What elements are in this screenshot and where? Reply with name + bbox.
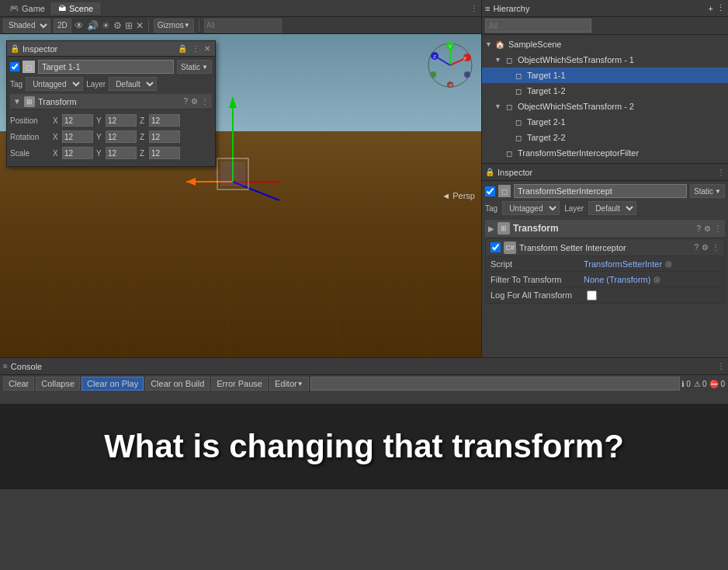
filter-target-icon[interactable]: ◎ <box>653 275 660 283</box>
script-active-checkbox[interactable] <box>491 242 501 252</box>
error-icon: ⛔ <box>709 380 719 388</box>
svg-text:X: X <box>463 56 466 61</box>
inspector-menu-btn[interactable]: ⋮ <box>190 44 201 53</box>
game-icon: 🎮 <box>9 4 19 12</box>
svg-point-34 <box>430 71 436 78</box>
transform-settings-icon[interactable]: ⚙ <box>191 97 198 106</box>
filter-value: None (Transform) ◎ <box>584 275 719 284</box>
object-active-checkbox[interactable] <box>10 62 19 71</box>
pos-x-label: X <box>53 116 62 125</box>
toolbar-icon-4[interactable]: ⚙ <box>113 20 122 31</box>
log-all-checkbox[interactable] <box>587 290 597 301</box>
ri-tag-select[interactable]: Untagged <box>502 201 560 215</box>
scene-file-icon: 🏠 <box>494 39 505 50</box>
tab-bar-menu[interactable]: ⋮ <box>470 4 478 12</box>
scale-y-input[interactable] <box>106 147 137 159</box>
obj1-icon: ◻ <box>504 54 515 65</box>
script-help-btn[interactable]: ? <box>694 243 699 252</box>
shading-select[interactable]: Shaded <box>3 19 50 33</box>
tree-item-target21[interactable]: ◻ Target 2-1 <box>482 114 728 130</box>
inspector-overlay-titlebar: 🔒 Inspector 🔒 ⋮ ✕ <box>7 41 215 57</box>
script-section-name: Transform Setter Interceptor <box>519 243 694 252</box>
right-inspector: 🔒 Inspector ⋮ ◻ TransformSetterIntercept… <box>481 163 728 357</box>
error-pause-button[interactable]: Error Pause <box>211 377 268 391</box>
ri-active-checkbox[interactable] <box>485 186 495 196</box>
rot-x-input[interactable] <box>62 130 93 143</box>
hierarchy-menu-btn[interactable]: ⋮ <box>716 3 725 13</box>
inspector-overlay-icon: 🔒 <box>10 44 19 53</box>
ri-static-dropdown-arrow: ▼ <box>715 188 721 195</box>
static-dropdown-btn[interactable]: Static ▼ <box>177 60 212 74</box>
tree-item-samplescene[interactable]: ▼ 🏠 SampleScene <box>482 36 728 52</box>
script-component-section: C# Transform Setter Interceptor ? ⚙ ⋮ Sc… <box>485 238 725 304</box>
console-options-btn[interactable]: ⋮ <box>717 362 725 370</box>
static-dropdown-arrow: ▼ <box>202 64 208 71</box>
pos-y-input[interactable] <box>106 114 137 127</box>
clear-button[interactable]: Clear <box>3 377 34 391</box>
transform-actions: ? ⚙ ⋮ <box>183 97 209 106</box>
transform-section-actions: ? ⚙ ⋮ <box>696 224 722 233</box>
scene-gizmo[interactable]: X Y Z -Y <box>427 42 473 89</box>
tab-scene[interactable]: 🏔 Scene <box>52 2 100 15</box>
collapse-button[interactable]: Collapse <box>36 377 80 391</box>
hierarchy-search-input[interactable] <box>485 19 591 33</box>
script-value-text: TransformSetterInter <box>584 259 662 269</box>
scale-x-label: X <box>53 149 62 158</box>
tree-item-obj2[interactable]: ▼ ◻ ObjectWhichSetsTransform - 2 <box>482 99 728 114</box>
ri-object-name: TransformSetterIntercept <box>514 184 687 198</box>
script-more-btn[interactable]: ⋮ <box>712 243 719 252</box>
clear-on-build-button[interactable]: Clear on Build <box>145 377 210 391</box>
rot-y-input[interactable] <box>106 130 137 143</box>
toolbar-icon-3[interactable]: ☀ <box>102 20 110 31</box>
transform-help-btn[interactable]: ? <box>696 224 701 233</box>
toolbar-icon-6[interactable]: ✕ <box>136 20 144 31</box>
transform-help-icon[interactable]: ? <box>183 97 188 106</box>
ri-static-btn[interactable]: Static ▼ <box>690 184 725 198</box>
object-name-field[interactable] <box>38 60 174 74</box>
console-search-input[interactable] <box>310 377 681 391</box>
hierarchy-toolbar: ≡ Hierarchy + ⋮ <box>482 0 728 17</box>
transform-component-header[interactable]: ▼ ⊞ Transform ? ⚙ ⋮ <box>10 94 212 109</box>
transform-menu-icon[interactable]: ⋮ <box>201 97 209 106</box>
right-inspector-lock-icon[interactable]: 🔒 <box>485 168 494 176</box>
tree-item-target12[interactable]: ◻ Target 1-2 <box>482 83 728 99</box>
script-section-actions: ? ⚙ ⋮ <box>694 243 719 252</box>
editor-dropdown-button[interactable]: Editor ▼ <box>269 377 309 391</box>
pos-x-input[interactable] <box>62 114 93 127</box>
2d-toggle[interactable]: 2D <box>54 19 71 33</box>
tag-select[interactable]: Untagged <box>26 77 83 91</box>
scale-x-input[interactable] <box>62 147 93 159</box>
right-inspector-menu[interactable]: ⋮ <box>717 168 725 176</box>
inspector-close-btn[interactable]: ✕ <box>203 44 212 53</box>
layer-select[interactable]: Default <box>109 77 157 91</box>
transform-icon: ⊞ <box>24 96 35 107</box>
inspector-lock-btn[interactable]: 🔒 <box>176 44 189 53</box>
pos-z-input[interactable] <box>149 114 180 127</box>
ri-layer-label: Layer <box>564 204 584 213</box>
tab-game[interactable]: 🎮 Game <box>3 2 52 15</box>
transform-fields: Position X Y Z Rotation X Y <box>10 111 212 163</box>
transform-section-header[interactable]: ▶ ⊞ Transform ? ⚙ ⋮ <box>485 220 725 237</box>
tree-item-target11[interactable]: ◻ Target 1-1 <box>482 68 728 83</box>
tag-layer-row: Tag Untagged Layer Default <box>10 77 212 91</box>
scale-z-input[interactable] <box>149 147 180 159</box>
toolbar-icon-2[interactable]: 🔊 <box>87 20 99 31</box>
console-tab-bar: ≡ Console ⋮ <box>0 358 728 375</box>
tree-item-filter[interactable]: ◻ TransformSetterInterceptorFilter <box>482 145 728 161</box>
tree-item-obj1[interactable]: ▼ ◻ ObjectWhichSetsTransform - 1 <box>482 52 728 68</box>
hierarchy-add-btn[interactable]: + <box>709 4 713 13</box>
separator-2 <box>199 19 199 32</box>
tree-item-target22[interactable]: ◻ Target 2-2 <box>482 130 728 145</box>
clear-on-play-button[interactable]: Clear on Play <box>81 377 144 391</box>
transform-more-btn[interactable]: ⋮ <box>714 224 722 233</box>
scene-search-input[interactable] <box>204 19 282 33</box>
console-counts: ℹ 0 ⚠ 0 ⛔ 0 <box>681 380 725 388</box>
gizmos-button[interactable]: Gizmos ▼ <box>154 19 194 33</box>
ri-layer-select[interactable]: Default <box>588 201 636 215</box>
script-section-header[interactable]: C# Transform Setter Interceptor ? ⚙ ⋮ <box>486 239 724 256</box>
script-settings-btn[interactable]: ⚙ <box>702 243 709 252</box>
toolbar-icon-5[interactable]: ⊞ <box>125 20 133 31</box>
transform-settings-btn[interactable]: ⚙ <box>704 224 711 233</box>
rot-z-input[interactable] <box>149 130 180 143</box>
toolbar-icon-1[interactable]: 👁 <box>75 20 84 31</box>
